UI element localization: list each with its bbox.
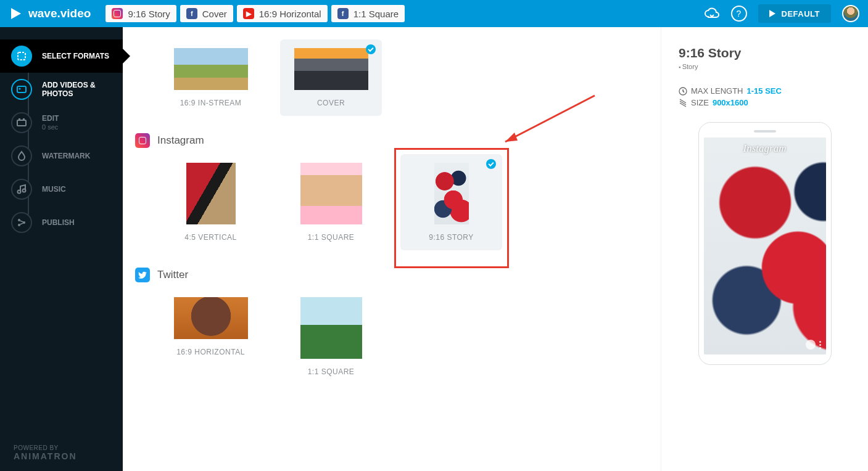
svg-rect-5	[23, 118, 25, 120]
section-title: Twitter	[157, 269, 188, 281]
format-caption: 4:5 VERTICAL	[184, 233, 236, 242]
tw-icon	[135, 268, 150, 282]
screen-app-label: Instagram	[704, 142, 826, 155]
format-card-ig-45[interactable]: 4:5 VERTICAL	[160, 154, 262, 250]
format-caption: 16:9 HORIZONTAL	[176, 348, 245, 356]
panel-title: 9:16 Story	[679, 46, 851, 60]
fb-icon: f	[337, 8, 349, 19]
panel-meta: MAX LENGTH 1-15 SEC SIZE 900x1600	[679, 86, 851, 107]
sidebar-item-label: EDIT0 sec	[42, 114, 59, 131]
format-caption: 1:1 SQUARE	[308, 233, 355, 242]
format-caption: COVER	[317, 99, 345, 107]
sidebar-item-publish[interactable]: PUBLISH	[0, 206, 123, 239]
phone-screen: Instagram	[704, 137, 826, 354]
format-card-ig-11[interactable]: 1:1 SQUARE	[280, 154, 382, 250]
top-right: ? DEFAULT	[704, 4, 859, 23]
phone-speaker	[754, 130, 776, 133]
sidebar-footer: POWERED BY ANIMATRON	[0, 435, 123, 471]
section-header-twitter: Twitter	[129, 263, 655, 282]
format-thumbnail	[174, 297, 248, 339]
fb-icon: f	[186, 8, 197, 19]
max-length-label: MAX LENGTH	[691, 86, 743, 96]
phone-mockup: Instagram	[698, 122, 832, 365]
preview-panel: 9:16 Story Story MAX LENGTH 1-15 SEC SIZ…	[661, 27, 868, 471]
user-avatar[interactable]	[842, 5, 859, 22]
default-button-label: DEFAULT	[782, 9, 820, 18]
select-formats-icon	[11, 46, 32, 67]
format-thumbnail	[174, 48, 248, 90]
powered-by-label: POWERED BY	[14, 444, 109, 451]
publish-icon	[11, 212, 32, 233]
sidebar-item-label: SELECT FORMATS	[42, 52, 109, 60]
format-thumbnail	[300, 163, 362, 224]
size-row: SIZE 900x1600	[679, 98, 851, 107]
pill-label: 1:1 Square	[353, 9, 399, 19]
add-media-icon	[11, 79, 32, 100]
format-row: 16:9 IN-STREAM COVER	[129, 33, 655, 128]
format-pill-fb[interactable]: fCover	[180, 5, 233, 22]
selected-check-icon	[366, 44, 376, 54]
section-header-instagram: Instagram	[129, 128, 655, 148]
more-icon	[819, 340, 821, 350]
format-thumbnail	[294, 48, 368, 90]
format-card-fb-cover[interactable]: COVER	[280, 39, 382, 116]
section-title: Instagram	[157, 134, 204, 147]
size-icon	[679, 99, 687, 107]
format-pill-yt[interactable]: ▶16:9 Horizontal	[237, 5, 328, 22]
svg-point-2	[19, 88, 21, 90]
brand-text: wave.video	[28, 7, 91, 20]
screen-controls	[806, 340, 821, 350]
format-caption: 9:16 STORY	[429, 233, 474, 242]
top-bar: wave.video 9:16 StoryfCover▶16:9 Horizon…	[0, 0, 868, 27]
watermark-icon	[11, 145, 32, 166]
music-icon	[11, 179, 32, 200]
clock-icon	[679, 87, 687, 96]
svg-rect-1	[17, 86, 26, 92]
format-row: 16:9 HORIZONTAL 1:1 SQUARE	[129, 282, 655, 397]
brand-logo[interactable]: wave.video	[9, 6, 91, 21]
sidebar-item-label: ADD VIDEOS & PHOTOS	[42, 81, 110, 99]
capture-button-icon	[806, 340, 816, 350]
format-caption: 1:1 SQUARE	[308, 367, 355, 376]
cloud-sync-icon[interactable]	[704, 6, 720, 22]
formats-grid: 16:9 IN-STREAM COVERInstagram 4:5 VERTIC…	[123, 27, 661, 471]
yt-icon: ▶	[243, 8, 254, 19]
play-icon	[769, 10, 775, 17]
ig-icon	[112, 8, 123, 19]
format-card-ig-916[interactable]: 9:16 STORY	[400, 154, 502, 250]
format-card-fb-instream[interactable]: 16:9 IN-STREAM	[160, 39, 262, 116]
help-icon[interactable]: ?	[731, 6, 747, 22]
sidebar-item-music[interactable]: MUSIC	[0, 173, 123, 206]
default-button[interactable]: DEFAULT	[758, 4, 831, 23]
format-thumbnail	[300, 297, 362, 359]
size-value: 900x1600	[713, 98, 748, 107]
sidebar-item-select-formats[interactable]: SELECT FORMATS	[0, 39, 123, 73]
sidebar-item-label: MUSIC	[42, 185, 66, 194]
format-pills: 9:16 StoryfCover▶16:9 Horizontalf1:1 Squ…	[105, 5, 405, 22]
wizard-steps: SELECT FORMATSADD VIDEOS & PHOTOSEDIT0 s…	[0, 27, 123, 239]
format-caption: 16:9 IN-STREAM	[180, 99, 242, 107]
svg-rect-3	[17, 120, 26, 126]
ig-icon	[135, 133, 150, 148]
selected-check-icon	[486, 159, 496, 169]
pill-label: Cover	[202, 9, 227, 19]
sidebar-item-add-media[interactable]: ADD VIDEOS & PHOTOS	[0, 73, 123, 106]
sidebar: SELECT FORMATSADD VIDEOS & PHOTOSEDIT0 s…	[0, 27, 123, 471]
format-thumbnail	[186, 163, 236, 224]
panel-subtitle: Story	[679, 63, 851, 70]
sidebar-item-label: PUBLISH	[42, 218, 75, 227]
svg-rect-4	[19, 118, 20, 120]
sidebar-item-watermark[interactable]: WATERMARK	[0, 139, 123, 173]
play-logo-icon	[9, 6, 23, 21]
format-pill-fb[interactable]: f1:1 Square	[331, 5, 405, 22]
edit-icon	[11, 112, 32, 133]
format-pill-ig[interactable]: 9:16 Story	[105, 5, 176, 22]
format-card-tw-169[interactable]: 16:9 HORIZONTAL	[160, 289, 262, 385]
format-thumbnail	[434, 163, 469, 224]
sidebar-item-edit[interactable]: EDIT0 sec	[0, 106, 123, 139]
pill-label: 16:9 Horizontal	[259, 9, 321, 19]
sidebar-item-label: WATERMARK	[42, 152, 90, 160]
size-label: SIZE	[691, 98, 709, 107]
max-length-value: 1-15 SEC	[747, 86, 782, 96]
format-card-tw-11[interactable]: 1:1 SQUARE	[280, 289, 382, 385]
